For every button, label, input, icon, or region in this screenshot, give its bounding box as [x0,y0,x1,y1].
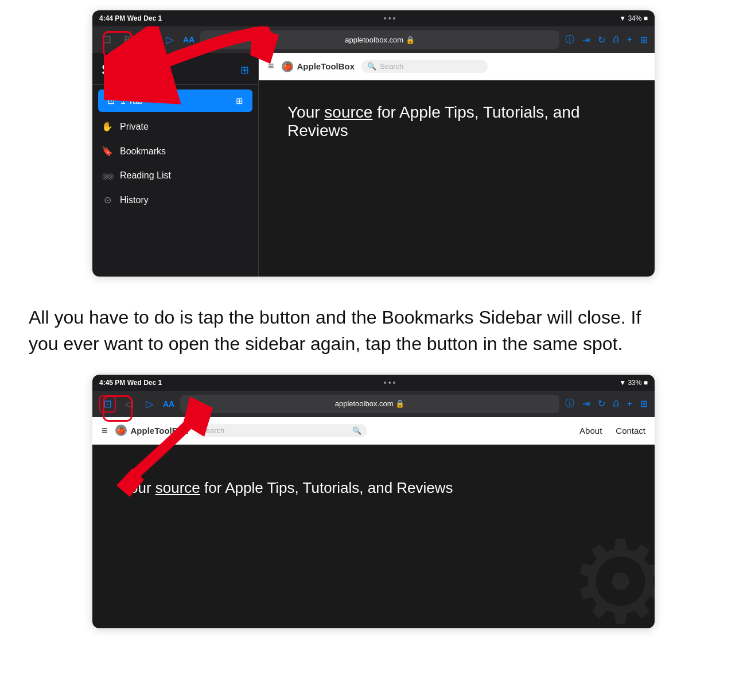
private-label: Private [120,122,149,132]
url-bar-1[interactable]: appletoolbox.com 🔒 [200,30,559,49]
bookmarks-label: Bookmarks [120,146,166,157]
hero-text-2: Your source for Apple Tips, Tutorials, a… [121,479,626,497]
sidebar-item-reading-list[interactable]: ◎◎ Reading List [92,164,258,188]
toolbar-icons-2: ⓘ ⇥ ↻ ⎙ + ⊞ [565,398,648,410]
atb-logo-1: 🍎 AppleToolBox [281,60,355,73]
url-bar-2[interactable]: appletoolbox.com 🔒 [180,395,559,413]
browser-toolbar-2: ⊡ ◁ ▷ AA appletoolbox.com 🔒 ⓘ ⇥ ↻ ⎙ + ⊞ [92,391,655,417]
atb-logo-icon: 🍎 [281,60,294,73]
url-text-1: appletoolbox.com 🔒 [345,36,415,44]
gear-background: ⚙ [569,525,655,628]
atb-header-2: ≡ 🍎 AppleToolBox Search 🔍 About Contact [92,417,655,445]
info-icon-2[interactable]: ⓘ [565,398,574,410]
sidebar-item-bookmarks[interactable]: 🔖 Bookmarks [92,139,258,164]
plus-icon[interactable]: + [627,34,632,45]
atb-logo-text-2: AppleToolBox [131,426,189,435]
sidebar-toggle-icon[interactable]: ⊡ [99,32,115,47]
new-tab-icon[interactable]: ⊞ [120,32,136,47]
content-area-1: Saf ⊞ ⊡ 1 Tab ⊞ ✋ Private 🔖 Bookmarks [92,53,655,277]
search-icon-1: 🔍 [367,62,376,71]
share-icon-2[interactable]: ⎙ [613,399,619,409]
forward-btn[interactable]: ▷ [162,32,177,47]
atb-logo-2: 🍎 AppleToolBox [115,424,189,437]
svg-text:🍎: 🍎 [117,426,125,434]
sidebar-new-tab-icon[interactable]: ⊞ [240,64,249,76]
sidebar-panel: Saf ⊞ ⊡ 1 Tab ⊞ ✋ Private 🔖 Bookmarks [92,53,259,277]
tab-item-active[interactable]: ⊡ 1 Tab ⊞ [98,90,252,112]
status-time-2: 4:45 PM Wed Dec 1 [99,379,162,387]
sidebar-toggle-icon-2[interactable]: ⊡ [99,395,116,413]
status-battery-2: ▼ 33% ■ [619,379,648,387]
search-placeholder-2: Search [201,426,224,435]
status-bar-2: 4:45 PM Wed Dec 1 ••• ▼ 33% ■ [92,375,655,391]
hamburger-icon-1[interactable]: ≡ [268,60,274,72]
atb-logo-icon-2: 🍎 [115,424,127,437]
aa-label-2[interactable]: AA [163,399,174,409]
tab-icon-2[interactable]: ⇥ [582,398,590,409]
refresh-icon[interactable]: ↻ [598,34,605,45]
browser-main-content-1: ≡ 🍎 AppleToolBox 🔍 Search Your source fo… [259,53,655,277]
private-icon: ✋ [102,121,113,132]
history-label: History [120,195,149,205]
browser-toolbar-1: ⊡ ⊞ ◁ ▷ AA appletoolbox.com 🔒 ⓘ ⇥ ↻ ⎙ + … [92,26,655,53]
status-bar-1: 4:44 PM Wed Dec 1 ••• ▼ 34% ■ [92,10,655,26]
sidebar-header: Saf ⊞ [92,53,258,85]
toolbar-icons-1: ⓘ ⇥ ↻ ⎙ + ⊞ [565,34,648,46]
status-battery-1: ▼ 34% ■ [619,14,648,22]
refresh-icon-2[interactable]: ↻ [598,398,605,409]
url-text-2: appletoolbox.com 🔒 [335,399,405,408]
hero-content-2: Your source for Apple Tips, Tutorials, a… [92,445,655,531]
svg-text:🍎: 🍎 [283,62,291,71]
status-dots-2: ••• [384,378,398,387]
info-icon[interactable]: ⓘ [565,34,574,46]
browser-main-content-2: Your source for Apple Tips, Tutorials, a… [92,445,655,628]
reading-list-label: Reading List [120,170,171,181]
hero-content-1: Your source for Apple Tips, Tutorials, a… [259,80,655,163]
search-icon-2: 🔍 [352,426,361,435]
atb-search-2[interactable]: Search 🔍 [195,424,367,437]
tab-grid-icon[interactable]: ⊞ [236,96,243,106]
sidebar-item-private[interactable]: ✋ Private [92,114,258,139]
tab-icon[interactable]: ⇥ [582,34,590,45]
paragraph-section: All you have to do is tap the button and… [0,287,688,369]
back-btn[interactable]: ◁ [142,32,157,47]
grid-icon-2[interactable]: ⊞ [640,398,648,409]
search-placeholder-1: Search [380,62,403,71]
share-icon[interactable]: ⎙ [613,34,619,45]
atb-header-1: ≡ 🍎 AppleToolBox 🔍 Search [259,53,655,80]
back-btn-2[interactable]: ◁ [122,396,137,411]
history-icon: ⊙ [102,195,113,205]
status-dots-1: ••• [384,14,398,23]
screenshot-1: 4:44 PM Wed Dec 1 ••• ▼ 34% ■ ⊡ ⊞ ◁ ▷ AA… [92,10,655,277]
atb-search-1[interactable]: 🔍 Search [361,60,488,73]
tab-label: 1 Tab [120,96,143,106]
atb-nav: About Contact [579,426,645,435]
grid-icon[interactable]: ⊞ [640,34,648,45]
reading-list-icon: ◎◎ [102,172,113,180]
aa-label[interactable]: AA [183,35,194,44]
tab-window-icon: ⊡ [107,95,115,106]
screenshot-2: 4:45 PM Wed Dec 1 ••• ▼ 33% ■ ⊡ ◁ ▷ AA a… [92,375,655,628]
forward-btn-2[interactable]: ▷ [142,396,157,411]
nav-about[interactable]: About [579,426,602,435]
sidebar-title: Saf [102,61,124,79]
hero-text-1: Your source for Apple Tips, Tutorials, a… [287,103,626,140]
status-time-1: 4:44 PM Wed Dec 1 [99,14,162,22]
nav-contact[interactable]: Contact [616,426,645,435]
sidebar-header-icons: ⊞ [240,64,249,76]
hamburger-icon-2[interactable]: ≡ [102,425,108,437]
plus-icon-2[interactable]: + [627,399,632,409]
paragraph-text: All you have to do is tap the button and… [29,304,660,357]
sidebar-item-history[interactable]: ⊙ History [92,188,258,212]
atb-logo-text-1: AppleToolBox [297,61,355,71]
bookmarks-icon: 🔖 [102,146,113,157]
